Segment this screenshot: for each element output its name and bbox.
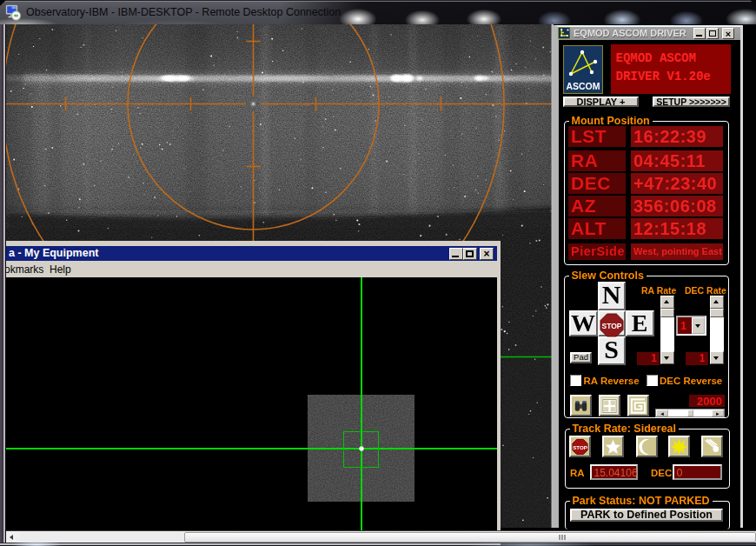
- svg-text:STOP: STOP: [573, 443, 587, 449]
- svg-text:STOP: STOP: [601, 322, 621, 330]
- svg-text:ASCOM: ASCOM: [566, 81, 600, 91]
